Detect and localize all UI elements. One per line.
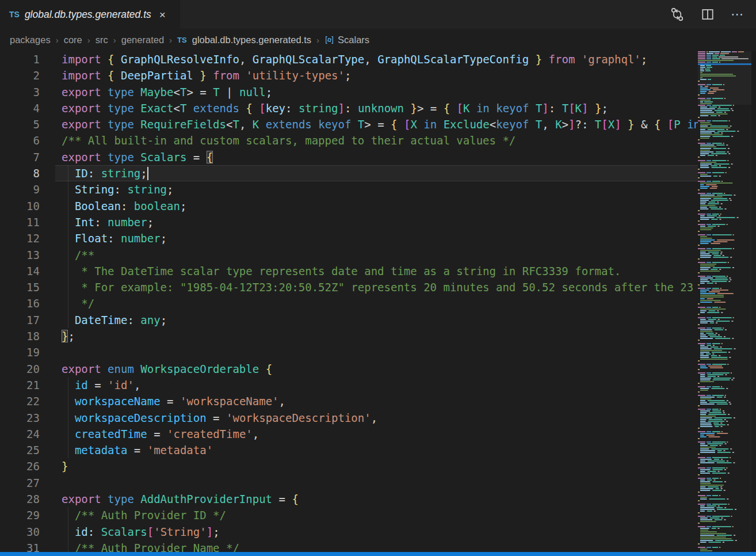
code-line-20[interactable]: 20export enum WorkspaceOrderable { <box>0 361 698 377</box>
line-number[interactable]: 22 <box>0 393 55 409</box>
code-line-7[interactable]: 7export type Scalars = { <box>0 149 698 165</box>
line-number[interactable]: 14 <box>0 263 55 279</box>
code-line-25[interactable]: 25 metadata = 'metadata' <box>0 442 698 458</box>
code-line-3[interactable]: 3export type Maybe<T> = T | null; <box>0 84 698 100</box>
code-line-11[interactable]: 11 Int: number; <box>0 214 698 230</box>
line-number[interactable]: 31 <box>0 540 55 552</box>
code-lines: 1import { GraphQLResolveInfo, GraphQLSca… <box>0 51 698 552</box>
breadcrumb-item-core[interactable]: core <box>64 35 82 45</box>
code-line-23[interactable]: 23 workspaceDescription = 'workspaceDesc… <box>0 410 698 426</box>
code-text: import { GraphQLResolveInfo, GraphQLScal… <box>55 51 698 67</box>
line-number[interactable]: 10 <box>0 198 55 214</box>
code-line-26[interactable]: 26} <box>0 458 698 474</box>
code-line-18[interactable]: 18}; <box>0 328 698 344</box>
code-text: }; <box>55 328 698 344</box>
line-number[interactable]: 18 <box>0 328 55 344</box>
line-number[interactable]: 12 <box>0 230 55 246</box>
code-line-12[interactable]: 12 Float: number; <box>0 230 698 246</box>
code-line-9[interactable]: 9 String: string; <box>0 181 698 197</box>
code-text: export type Maybe<T> = T | null; <box>55 84 698 100</box>
breadcrumb-item-generated[interactable]: generated <box>121 35 164 45</box>
line-number[interactable]: 6 <box>0 132 55 148</box>
line-number[interactable]: 13 <box>0 247 55 263</box>
breadcrumb-separator: › <box>87 35 90 45</box>
line-number[interactable]: 8 <box>0 165 55 181</box>
line-number[interactable]: 7 <box>0 149 55 165</box>
code-text: */ <box>55 295 698 311</box>
line-number[interactable]: 2 <box>0 67 55 83</box>
code-text: Int: number; <box>55 214 698 230</box>
code-text: id = 'id', <box>55 377 698 393</box>
breadcrumb-separator: › <box>113 35 116 45</box>
line-number[interactable]: 5 <box>0 116 55 132</box>
breadcrumb-item-filename[interactable]: global.db.types.generated.ts <box>192 35 311 45</box>
line-number[interactable]: 3 <box>0 84 55 100</box>
line-number[interactable]: 21 <box>0 377 55 393</box>
code-line-16[interactable]: 16 */ <box>0 295 698 311</box>
symbol-variable-icon <box>324 35 334 45</box>
code-line-15[interactable]: 15 * For example: "1985-04-12T23:20:50.5… <box>0 279 698 295</box>
breadcrumb-separator: › <box>169 35 172 45</box>
code-text: DateTime: any; <box>55 312 698 328</box>
breadcrumb-item-src[interactable]: src <box>96 35 108 45</box>
tab-global-db-types-generated[interactable]: TS global.db.types.generated.ts × <box>0 0 180 29</box>
code-line-1[interactable]: 1import { GraphQLResolveInfo, GraphQLSca… <box>0 51 698 67</box>
code-text: Float: number; <box>55 230 698 246</box>
open-changes-icon[interactable] <box>670 7 685 22</box>
code-line-22[interactable]: 22 workspaceName = 'workspaceName', <box>0 393 698 409</box>
line-number[interactable]: 28 <box>0 491 55 507</box>
line-number[interactable]: 29 <box>0 507 55 523</box>
code-line-27[interactable]: 27 <box>0 475 698 491</box>
minimap[interactable] <box>698 51 751 552</box>
line-number[interactable]: 26 <box>0 458 55 474</box>
line-number[interactable]: 20 <box>0 361 55 377</box>
code-line-8[interactable]: 8 ID: string; <box>0 165 698 181</box>
line-number[interactable]: 27 <box>0 475 55 491</box>
code-line-4[interactable]: 4export type Exact<T extends { [key: str… <box>0 100 698 116</box>
code-text: import { DeepPartial } from 'utility-typ… <box>55 67 698 83</box>
code-line-6[interactable]: 6/** All built-in and custom scalars, ma… <box>0 132 698 148</box>
line-number[interactable]: 16 <box>0 295 55 311</box>
breadcrumb-item-packages[interactable]: packages <box>10 35 51 45</box>
line-number[interactable]: 11 <box>0 214 55 230</box>
overview-ruler[interactable] <box>751 51 756 552</box>
line-number[interactable]: 17 <box>0 312 55 328</box>
code-line-5[interactable]: 5export type RequireFields<T, K extends … <box>0 116 698 132</box>
code-text: export type Scalars = { <box>55 149 698 165</box>
line-number[interactable]: 19 <box>0 344 55 360</box>
code-text <box>55 475 698 491</box>
breadcrumb-item-symbol[interactable]: Scalars <box>324 35 369 45</box>
more-actions-icon[interactable]: ⋯ <box>731 12 744 17</box>
code-line-28[interactable]: 28export type AddAuthProviderInput = { <box>0 491 698 507</box>
code-line-31[interactable]: 31 /** Auth Provider Name */ <box>0 540 698 552</box>
code-text: workspaceDescription = 'workspaceDescrip… <box>55 410 698 426</box>
code-text: * The DateTime scalar type represents da… <box>55 263 698 279</box>
line-number[interactable]: 4 <box>0 100 55 116</box>
code-line-30[interactable]: 30 id: Scalars['String']; <box>0 524 698 540</box>
breadcrumb-symbol-label: Scalars <box>338 35 369 45</box>
code-line-17[interactable]: 17 DateTime: any; <box>0 312 698 328</box>
tab-title: global.db.types.generated.ts <box>25 9 151 21</box>
split-editor-icon[interactable] <box>701 7 715 21</box>
line-number[interactable]: 25 <box>0 442 55 458</box>
typescript-file-icon: TS <box>9 10 20 19</box>
code-editor[interactable]: 1import { GraphQLResolveInfo, GraphQLSca… <box>0 51 698 552</box>
code-line-29[interactable]: 29 /** Auth Provider ID */ <box>0 507 698 523</box>
line-number[interactable]: 24 <box>0 426 55 442</box>
code-line-21[interactable]: 21 id = 'id', <box>0 377 698 393</box>
breadcrumb-separator: › <box>316 35 319 45</box>
code-line-14[interactable]: 14 * The DateTime scalar type represents… <box>0 263 698 279</box>
close-icon[interactable]: × <box>159 9 166 20</box>
code-line-10[interactable]: 10 Boolean: boolean; <box>0 198 698 214</box>
code-line-19[interactable]: 19 <box>0 344 698 360</box>
code-text: /** Auth Provider ID */ <box>55 507 698 523</box>
line-number[interactable]: 30 <box>0 524 55 540</box>
line-number[interactable]: 15 <box>0 279 55 295</box>
line-number[interactable]: 23 <box>0 410 55 426</box>
code-line-13[interactable]: 13 /** <box>0 247 698 263</box>
line-number[interactable]: 9 <box>0 181 55 197</box>
code-text: export type RequireFields<T, K extends k… <box>55 116 698 132</box>
code-line-24[interactable]: 24 createdTime = 'createdTime', <box>0 426 698 442</box>
line-number[interactable]: 1 <box>0 51 55 67</box>
code-line-2[interactable]: 2import { DeepPartial } from 'utility-ty… <box>0 67 698 83</box>
